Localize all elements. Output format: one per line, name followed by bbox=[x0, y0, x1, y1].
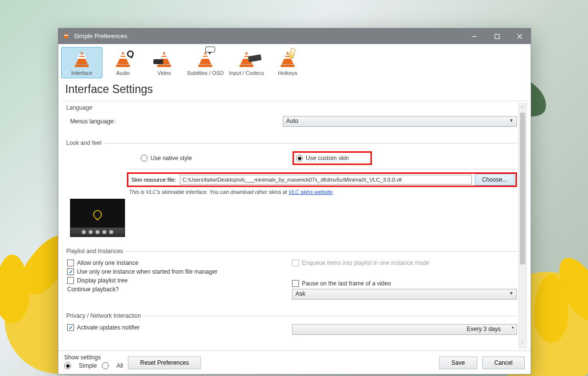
continue-playback-label: Continue playback? bbox=[67, 286, 119, 293]
scroll-thumb[interactable] bbox=[520, 113, 525, 264]
group-language: Language Menus language: Auto bbox=[67, 104, 517, 135]
tab-label: Audio bbox=[104, 70, 142, 76]
category-tabs: Interface Audio Video Subtitles / OSD In… bbox=[58, 44, 531, 79]
skin-resource-label: Skin resource file: bbox=[129, 177, 177, 183]
continue-playback-select[interactable]: Ask bbox=[292, 289, 517, 300]
skin-logo-icon bbox=[91, 208, 103, 220]
show-settings-all-label: All bbox=[117, 362, 123, 369]
one-instance-file-manager-checkbox[interactable] bbox=[67, 268, 74, 275]
enqueue-items-label: Enqueue items into playlist in one insta… bbox=[302, 259, 429, 266]
allow-one-instance-label: Allow only one instance bbox=[77, 259, 138, 266]
tab-label: Input / Codecs bbox=[227, 70, 266, 76]
group-legend: Privacy / Network Interaction bbox=[66, 312, 143, 319]
group-look-and-feel: Look and feel Use native style Use custo… bbox=[67, 140, 517, 243]
maximize-button[interactable] bbox=[486, 28, 508, 44]
show-settings-simple-radio[interactable] bbox=[64, 362, 71, 369]
tab-hotkeys[interactable]: Hotkeys bbox=[267, 47, 308, 78]
page-heading: Interface Settings bbox=[58, 79, 531, 101]
group-legend: Language bbox=[66, 104, 94, 111]
scroll-up-arrow[interactable]: ˄ bbox=[519, 104, 526, 112]
display-playlist-tree-checkbox[interactable] bbox=[67, 277, 74, 284]
skin-resource-input[interactable] bbox=[180, 175, 471, 185]
use-custom-skin-label: Use custom skin bbox=[306, 155, 349, 162]
footer: Show settings Simple All Reset Preferenc… bbox=[58, 351, 531, 374]
use-native-style-radio[interactable] bbox=[141, 155, 147, 162]
minimize-button[interactable] bbox=[463, 28, 486, 44]
tab-interface[interactable]: Interface bbox=[61, 47, 102, 78]
skin-preview-thumbnail bbox=[70, 199, 125, 237]
tab-video[interactable]: Video bbox=[144, 47, 185, 78]
svg-rect-0 bbox=[495, 34, 499, 39]
vertical-scrollbar[interactable]: ˄ ˅ bbox=[518, 103, 527, 349]
vlc-cone-icon bbox=[62, 32, 70, 40]
show-settings-simple-label: Simple bbox=[79, 362, 97, 369]
pause-last-frame-label: Pause on the last frame of a video bbox=[302, 280, 391, 287]
close-button[interactable] bbox=[508, 28, 531, 44]
group-playlist-instances: Playlist and Instances Allow only one in… bbox=[67, 248, 517, 307]
one-instance-file-manager-label: Use only one instance when started from … bbox=[77, 268, 218, 275]
choose-skin-button[interactable]: Choose... bbox=[475, 174, 514, 186]
use-native-style-label: Use native style bbox=[150, 155, 192, 162]
reset-preferences-button[interactable]: Reset Preferences bbox=[128, 356, 201, 369]
activate-updates-label: Activate updates notifier bbox=[77, 324, 140, 331]
vlc-skins-website-link[interactable]: VLC skins website bbox=[289, 189, 333, 195]
scroll-down-arrow[interactable]: ˅ bbox=[519, 340, 526, 348]
display-playlist-tree-label: Display playlist tree bbox=[77, 277, 127, 284]
save-button[interactable]: Save bbox=[439, 356, 477, 369]
titlebar[interactable]: Simple Preferences bbox=[58, 28, 531, 44]
pause-last-frame-checkbox[interactable] bbox=[292, 280, 299, 287]
update-interval-spinner[interactable]: Every 3 days bbox=[292, 324, 517, 335]
use-custom-skin-radio[interactable] bbox=[296, 155, 303, 162]
group-legend: Look and feel bbox=[66, 140, 103, 146]
tab-subtitles-osd[interactable]: Subtitles / OSD bbox=[185, 47, 226, 78]
window-title: Simple Preferences bbox=[74, 33, 127, 40]
tab-input-codecs[interactable]: Input / Codecs bbox=[226, 47, 267, 78]
group-privacy-network: Privacy / Network Interaction Activate u… bbox=[67, 312, 517, 338]
tab-label: Subtitles / OSD bbox=[186, 70, 224, 76]
skin-note: This is VLC's skinnable interface. You c… bbox=[67, 187, 517, 195]
tab-audio[interactable]: Audio bbox=[102, 47, 144, 78]
cancel-button[interactable]: Cancel bbox=[482, 356, 525, 369]
highlight-skin-resource-row: Skin resource file: Choose... bbox=[127, 172, 517, 187]
show-settings-all-radio[interactable] bbox=[102, 362, 109, 369]
menus-language-select[interactable]: Auto bbox=[283, 116, 517, 127]
enqueue-items-checkbox bbox=[292, 259, 299, 266]
tab-label: Hotkeys bbox=[269, 70, 307, 76]
tab-label: Video bbox=[145, 70, 183, 76]
show-settings-label: Show settings bbox=[64, 354, 123, 361]
group-legend: Playlist and Instances bbox=[66, 248, 125, 255]
activate-updates-checkbox[interactable] bbox=[67, 324, 74, 331]
preferences-window: Simple Preferences Interface Audio Video… bbox=[58, 28, 531, 375]
skin-controls-bar bbox=[71, 228, 124, 236]
tab-label: Interface bbox=[63, 70, 101, 76]
highlight-custom-skin: Use custom skin bbox=[293, 151, 372, 165]
menus-language-label: Menus language: bbox=[67, 118, 146, 125]
settings-scroll-area[interactable]: Language Menus language: Auto Look and f… bbox=[63, 101, 528, 351]
allow-one-instance-checkbox[interactable] bbox=[67, 259, 74, 266]
